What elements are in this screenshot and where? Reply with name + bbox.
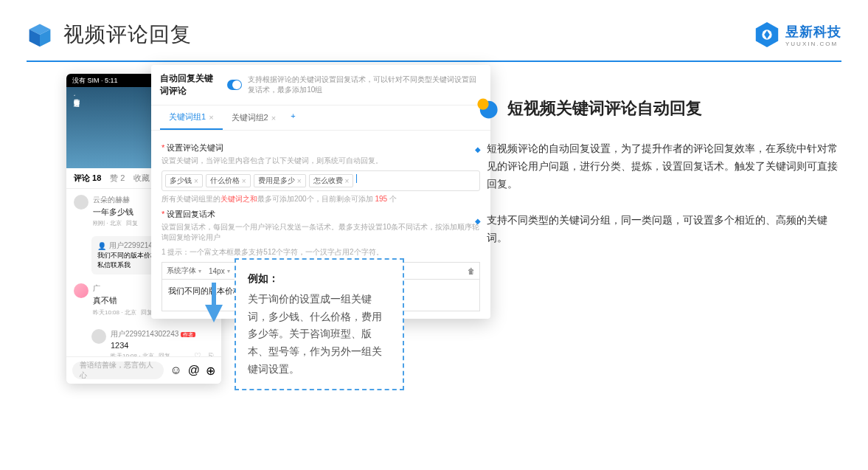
arrow-down-icon [205, 283, 223, 322]
svg-rect-5 [212, 283, 216, 308]
panel-title: 自动回复关键词评论 [160, 72, 221, 97]
bubble-icon [475, 96, 500, 121]
tab-likes[interactable]: 赞 2 [110, 173, 125, 184]
page-title: 视频评论回复 [63, 21, 192, 49]
close-icon[interactable]: × [271, 114, 276, 122]
emoji-icon[interactable]: ☺ [170, 364, 181, 377]
brand-name-en: YUUXIN.COM [785, 41, 841, 47]
tag[interactable]: 多少钱 [165, 174, 203, 187]
avatar [74, 283, 88, 298]
example-callout: 例如： 关于询价的设置成一组关键词，多少钱、什么价格，费用多少等。关于咨询班型、… [235, 258, 404, 390]
cube-icon [27, 21, 53, 48]
panel-hint: 支持根据评论的关键词设置回复话术，可以针对不同类型关键词设置回复话术，最多添加1… [248, 75, 482, 95]
phone-status: 没有 SIM · 5:11 [72, 76, 118, 86]
keyword-tags-input[interactable]: 多少钱 什么价格 费用是多少 怎么收费 [162, 170, 480, 191]
text-cursor [356, 174, 357, 183]
divider [27, 61, 841, 62]
reply-label: 设置回复话术 [162, 209, 480, 220]
tag[interactable]: 怎么收费 [309, 174, 354, 187]
keyword-group-tab-1[interactable]: 关键词组1× [160, 106, 223, 130]
tab-favs[interactable]: 收藏 [133, 173, 150, 184]
gift-icon[interactable]: ⊕ [206, 364, 215, 378]
brand-logo: 昱新科技 YUUXIN.COM [753, 21, 841, 49]
bullet-point: 支持不同类型的关键词分组，同一类问题，可设置多个相近的、高频的关键词。 [475, 212, 844, 247]
bullet-point: 短视频评论的自动回复设置，为了提升作者的评论回复效率，在系统中针对常见的评论用户… [475, 140, 844, 193]
font-select[interactable]: 系统字体 [167, 266, 201, 276]
delete-icon[interactable]: 🗑 [468, 267, 475, 275]
user-icon: 👤 [97, 242, 106, 250]
logo-hexagon-icon [753, 21, 781, 49]
keyword-label: 设置评论关键词 [162, 142, 480, 153]
size-select[interactable]: 14px [209, 267, 230, 275]
at-icon[interactable]: @ [188, 364, 200, 377]
comment-input-bar: 善语结善缘，恶言伤人心 ☺ @ ⊕ [66, 356, 221, 384]
section-title: 短视频关键词评论自动回复 [507, 97, 702, 120]
tab-comments[interactable]: 评论 18 [74, 173, 101, 184]
tag[interactable]: 费用是多少 [254, 174, 306, 187]
tag[interactable]: 什么价格 [206, 174, 251, 187]
svg-point-8 [477, 98, 488, 109]
reply-link[interactable]: 回复 [126, 219, 138, 227]
auto-reply-toggle[interactable] [227, 80, 242, 90]
svg-marker-6 [205, 305, 223, 322]
add-tab-button[interactable]: + [285, 106, 301, 130]
close-icon[interactable]: × [209, 113, 213, 122]
avatar [74, 195, 88, 210]
brand-name-cn: 昱新科技 [785, 23, 841, 41]
avatar [91, 329, 106, 344]
keyword-group-tab-2[interactable]: 关键词组2× [223, 106, 285, 130]
comment-input[interactable]: 善语结善缘，恶言伤人心 [72, 362, 164, 379]
